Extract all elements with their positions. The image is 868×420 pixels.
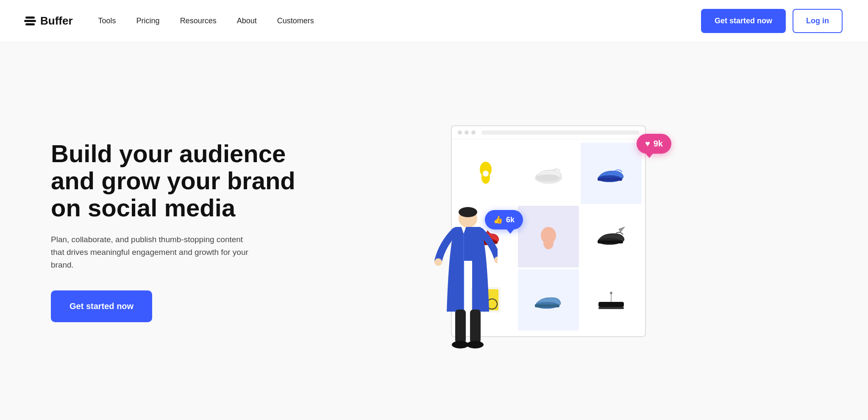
product-card-9: [581, 269, 642, 331]
hero-subtitle: Plan, collaborate, and publish thumb-sto…: [51, 233, 254, 272]
thumbs-icon: 👍: [493, 215, 503, 224]
svg-point-26: [459, 207, 477, 217]
svg-rect-6: [598, 178, 622, 181]
logo-icon: [25, 17, 36, 25]
svg-rect-21: [598, 302, 624, 307]
product-card-6: [581, 206, 642, 267]
svg-rect-30: [470, 309, 481, 343]
svg-rect-29: [455, 309, 466, 343]
svg-point-4: [536, 174, 559, 181]
browser-dot-3: [471, 130, 476, 135]
nav-link-resources[interactable]: Resources: [180, 17, 217, 25]
nav-links: Tools Pricing Resources About Customers: [98, 17, 701, 25]
product-card-8: [518, 269, 579, 331]
svg-rect-15: [598, 240, 623, 243]
like-count: 9k: [654, 139, 663, 149]
illustration-container: ♥ 9k 👍 6k: [434, 108, 680, 354]
logo[interactable]: Buffer: [25, 14, 73, 28]
product-card-3: [581, 143, 642, 204]
logo-text: Buffer: [40, 14, 73, 28]
heart-icon: ♥: [645, 139, 650, 149]
browser-url-bar: [481, 130, 639, 135]
hero-title: Build your audience and grow your brand …: [51, 140, 297, 221]
browser-bar: [452, 126, 645, 139]
person-figure: [430, 185, 498, 354]
svg-point-24: [610, 292, 612, 294]
svg-rect-22: [598, 307, 624, 309]
hero-get-started-button[interactable]: Get started now: [51, 290, 152, 322]
nav-link-tools[interactable]: Tools: [98, 17, 116, 25]
nav-get-started-button[interactable]: Get started now: [701, 9, 786, 33]
thumbs-notification: 👍 6k: [485, 210, 523, 229]
browser-dot-2: [465, 130, 469, 135]
browser-dot-1: [458, 130, 462, 135]
nav-actions: Get started now Log in: [701, 9, 843, 33]
hero-text: Build your audience and grow your brand …: [51, 140, 297, 322]
thumbs-count: 6k: [506, 216, 515, 224]
nav-link-customers[interactable]: Customers: [277, 17, 314, 25]
hero-illustration: ♥ 9k 👍 6k: [297, 104, 817, 358]
nav-login-button[interactable]: Log in: [793, 9, 843, 33]
svg-rect-20: [535, 304, 559, 307]
nav-link-pricing[interactable]: Pricing: [136, 17, 160, 25]
nav-link-about[interactable]: About: [237, 17, 257, 25]
svg-point-31: [452, 341, 469, 348]
svg-point-27: [434, 258, 442, 266]
hero-section: Build your audience and grow your brand …: [0, 42, 868, 420]
product-card-5: [518, 206, 579, 267]
navbar: Buffer Tools Pricing Resources About Cus…: [0, 0, 868, 42]
svg-point-13: [543, 237, 554, 249]
svg-point-2: [483, 171, 489, 177]
svg-point-32: [467, 341, 484, 348]
like-notification: ♥ 9k: [637, 134, 671, 154]
product-card-2: [518, 143, 579, 204]
